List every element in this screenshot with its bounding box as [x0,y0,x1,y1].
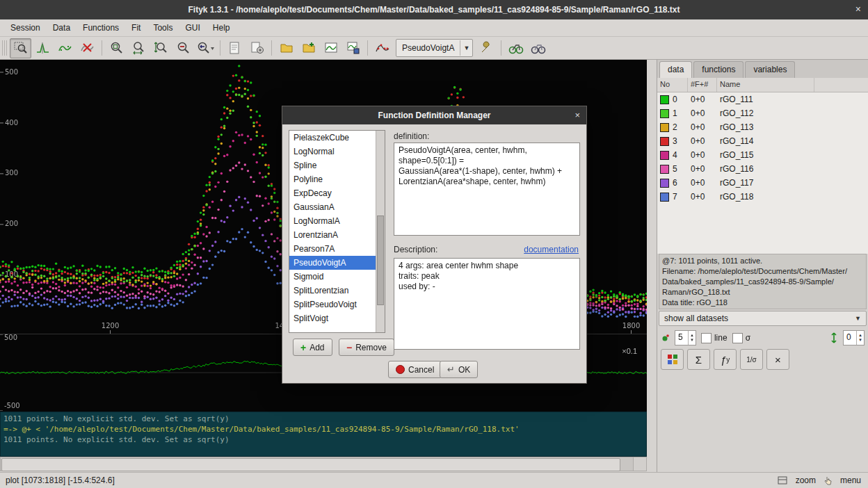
menu-gui[interactable]: GUI [179,20,206,35]
point-size-value: 5 [675,331,688,345]
zoom-mode-icon[interactable] [10,38,31,58]
y-shift-stepper[interactable]: 0 ▲▼ [843,330,865,345]
ok-button[interactable]: ↵ OK [440,361,478,378]
status-menu-label[interactable]: menu [840,475,861,485]
function-list-item[interactable]: Spline [289,158,376,172]
dataset-row[interactable]: 10+0rGO_112 [657,106,868,120]
line-checkbox[interactable] [701,333,712,343]
dataset-row[interactable]: 60+0rGO_117 [657,176,868,190]
sum-button[interactable]: Σ [687,349,710,370]
dataset-colors-button[interactable] [661,349,684,370]
remove-function-button[interactable]: − Remove [339,339,394,356]
tab-data[interactable]: data [659,61,692,78]
stepper-arrows-icon[interactable]: ▲▼ [688,331,696,345]
open-folder-icon[interactable] [275,38,297,58]
save-image-icon[interactable] [342,38,364,58]
fityk-window: Fityk 1.3.1 - /home/aleplo/test/Document… [0,0,868,488]
run-fit-icon[interactable] [505,38,527,58]
dataset-row[interactable]: 20+0rGO_113 [657,120,868,134]
toolbar-grip[interactable] [2,40,7,56]
function-list-item[interactable]: SplitVoigt [289,311,376,325]
dataset-row[interactable]: 30+0rGO_114 [657,134,868,148]
description-textarea[interactable]: 4 args: area center hwhm shape traits: p… [394,258,580,350]
tab-variables[interactable]: variables [745,61,795,78]
append-data-icon[interactable] [298,38,319,58]
function-list-item[interactable]: Pearson7A [289,242,376,256]
zoom-all-icon[interactable] [106,38,127,58]
sigma-checkbox-label: σ [746,333,750,343]
function-list-item[interactable]: SplitPseudoVoigt [289,298,376,311]
guess-peak-icon[interactable] [371,38,393,58]
dataset-row[interactable]: 00+0rGO_111 [657,92,868,106]
tab-functions[interactable]: functions [693,61,744,78]
menu-help[interactable]: Help [207,20,236,35]
zoom-horizontal-icon[interactable] [128,38,150,58]
chevron-down-icon: ▼ [460,40,472,56]
definition-textarea[interactable]: PseudoVoigtA(area, center, hwhm, shape=0… [394,143,580,236]
export-image-icon[interactable] [320,38,341,58]
delete-dataset-button[interactable]: × [766,349,789,370]
horizontal-scrollbar[interactable] [0,457,647,471]
status-config-icon[interactable] [778,476,787,485]
menu-fit[interactable]: Fit [125,20,147,35]
menu-functions[interactable]: Functions [77,20,125,35]
remove-button-label: Remove [355,343,387,352]
minus-icon: − [346,342,352,353]
function-list-item[interactable]: GaussianA [289,200,376,214]
function-list-item[interactable]: SplitLorentzian [289,284,376,298]
column-header-no[interactable]: No [657,78,688,92]
disactivate-data-mode-icon[interactable] [77,38,98,58]
cancel-button[interactable]: Cancel [388,361,442,378]
stepper-arrows-icon[interactable]: ▲▼ [856,331,864,345]
menu-session[interactable]: Session [4,20,47,35]
menu-data[interactable]: Data [47,20,77,35]
function-list-scrollbar[interactable] [376,131,385,332]
dataset-row[interactable]: 70+0rGO_118 [657,190,868,204]
zoom-out-icon[interactable] [172,38,194,58]
dialog-close-button[interactable]: × [574,110,580,120]
dataset-func-count: 0+0 [688,108,717,118]
dataset-color-swatch [660,123,669,132]
function-list-item[interactable]: ExpDecay [289,186,376,200]
std-dev-button[interactable]: 1/σ [740,349,763,370]
function-list-item[interactable]: LorentzianA [289,228,376,242]
scrollbar-thumb[interactable] [1,458,620,471]
function-list-item[interactable]: PseudoVoigtA [289,256,376,270]
titlebar: Fityk 1.3.1 - /home/aleplo/test/Document… [0,0,868,19]
toolbar-separator [220,40,220,56]
function-list-item[interactable]: LogNormal [289,145,376,158]
script-icon[interactable] [224,38,246,58]
window-close-button[interactable]: × [855,4,861,14]
dataset-func-count: 0+0 [688,164,717,174]
auto-add-wrench-icon[interactable] [476,38,497,58]
edit-script-icon[interactable] [246,38,268,58]
fit-options-icon[interactable] [527,38,549,58]
column-header-name[interactable]: Name [717,78,814,92]
sigma-checkbox[interactable] [732,333,743,343]
dataset-row[interactable]: 40+0rGO_115 [657,148,868,162]
activate-data-mode-icon[interactable] [54,38,76,58]
function-list-item[interactable]: Sigmoid [289,270,376,284]
dataset-number: 5 [673,164,677,174]
function-names-button[interactable]: ƒy [714,349,737,370]
function-list-item[interactable]: LogNormalA [289,214,376,228]
point-size-stepper[interactable]: 5 ▲▼ [675,330,696,345]
function-list-item[interactable]: PielaszekCube [289,131,376,145]
status-zoom-label[interactable]: zoom [796,475,816,485]
dataset-filter-dropdown[interactable]: show all datasets ▼ [659,311,867,326]
scrollbar-thumb[interactable] [377,215,384,306]
dataset-row[interactable]: 50+0rGO_116 [657,162,868,176]
zoom-vertical-icon[interactable] [150,38,172,58]
menu-tools[interactable]: Tools [147,20,179,35]
function-list-item[interactable]: Polyline [289,172,376,186]
function-type-combobox[interactable]: PseudoVoigtA ▼ [396,39,473,57]
previous-zoom-icon[interactable] [195,38,216,58]
documentation-link[interactable]: documentation [524,245,579,254]
dialog-titlebar[interactable]: Function Definition Manager × [282,106,586,124]
add-function-button[interactable]: + Add [293,339,332,356]
dataset-table: No #F+# Name 00+0rGO_11110+0rGO_11220+0r… [657,78,868,254]
fit-vertically-icon[interactable] [830,332,838,343]
add-peak-mode-icon[interactable] [32,38,54,58]
column-header-ff[interactable]: #F+# [688,78,717,92]
sidebar: datafunctionsvariables No #F+# Name 00+0… [657,60,868,472]
